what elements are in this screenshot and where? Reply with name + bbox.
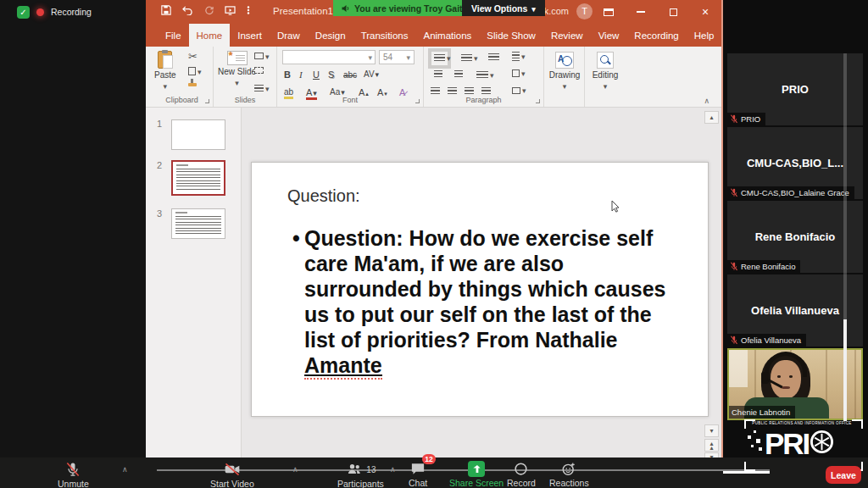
new-slide-label: New Slide [218, 67, 256, 76]
tab-home[interactable]: Home [189, 24, 231, 47]
editing-label: Editing [593, 70, 619, 80]
font-name-input[interactable] [282, 50, 376, 64]
participant-tile[interactable]: PRIO PRIO [727, 53, 863, 125]
italic-button[interactable]: I [299, 69, 303, 80]
tab-design[interactable]: Design [308, 24, 353, 47]
section-icon[interactable] [254, 83, 270, 93]
leave-button[interactable]: Leave [826, 466, 861, 484]
font-size-input[interactable]: 54 [379, 50, 415, 64]
powerpoint-window: Presentation1 - PowerPoint troygaite@out… [146, 0, 723, 458]
view-options-button[interactable]: View Options [462, 0, 545, 16]
speaker-icon [342, 4, 350, 13]
new-slide-button[interactable]: New Slide [218, 51, 256, 87]
text-shadow-button[interactable]: S [328, 69, 334, 80]
ribbon-display-options-icon[interactable] [593, 0, 625, 24]
mic-options-chevron-icon[interactable] [122, 465, 128, 474]
close-icon[interactable]: × [689, 0, 721, 24]
slide-canvas[interactable]: Question: •Question: How do we exercise … [251, 162, 709, 417]
undo-icon[interactable] [182, 6, 193, 15]
participant-label: Ofelia Villanueva [727, 334, 806, 347]
paste-button[interactable]: Paste [154, 51, 176, 91]
share-screen-button[interactable]: Share Screen [449, 461, 504, 488]
chat-button[interactable]: Chat [409, 461, 427, 488]
collapse-ribbon-icon[interactable] [704, 96, 709, 105]
tab-review[interactable]: Review [543, 24, 591, 47]
numbering-button[interactable] [461, 53, 478, 63]
align-right-button[interactable] [465, 87, 474, 96]
decrease-indent-button[interactable] [434, 70, 442, 79]
chevron-down-icon [376, 69, 380, 79]
record-button[interactable]: Record [507, 461, 536, 488]
cut-icon[interactable]: ✂ [188, 50, 198, 63]
slide-thumbnail-2[interactable] [171, 160, 225, 196]
tab-draw[interactable]: Draw [270, 24, 308, 47]
account-avatar[interactable]: T [576, 3, 593, 19]
paragraph-dialog-launcher-icon[interactable] [536, 99, 540, 103]
participants-icon [345, 461, 364, 478]
participant-tile[interactable]: Ofelia Villanueva Ofelia Villanueva [727, 274, 863, 347]
save-icon[interactable] [161, 5, 171, 15]
font-dialog-launcher-icon[interactable] [415, 99, 420, 103]
recording-indicator: ✓ Recording [0, 0, 146, 24]
copy-icon[interactable] [188, 66, 202, 76]
tab-view[interactable]: View [591, 24, 627, 47]
drawing-button[interactable]: Drawing [548, 52, 581, 91]
scroll-up-icon[interactable]: ▴ [704, 111, 719, 124]
text-direction-button[interactable] [512, 52, 526, 61]
slide-body-text[interactable]: •Question: How do we exercise self care … [304, 225, 665, 378]
unmute-button[interactable]: Unmute [58, 461, 89, 488]
tab-help[interactable]: Help [687, 24, 722, 47]
panel-scrollbar[interactable] [843, 53, 847, 421]
bold-button[interactable]: B [284, 69, 291, 80]
security-shield-icon[interactable]: ✓ [17, 6, 30, 19]
record-icon [513, 461, 529, 477]
window-controls: × [593, 0, 721, 24]
strikethrough-button[interactable]: abc [343, 70, 357, 80]
underline-button[interactable]: U [313, 69, 320, 80]
previous-slide-icon[interactable]: ▴▴ [704, 439, 719, 452]
character-spacing-button[interactable]: AV [364, 69, 379, 79]
tab-transitions[interactable]: Transitions [353, 24, 416, 47]
paste-clipboard-icon [158, 51, 172, 69]
magnifier-icon [597, 52, 614, 69]
align-left-button[interactable] [431, 87, 440, 96]
reactions-button[interactable]: Reactions [549, 461, 589, 488]
video-options-chevron-icon[interactable] [292, 465, 298, 474]
slide-layout-icon[interactable] [254, 51, 270, 61]
columns-button[interactable] [476, 70, 494, 80]
scroll-down-icon[interactable]: ▾ [704, 424, 719, 437]
format-painter-icon[interactable] [188, 83, 197, 86]
thumbnail-panel: 1 2 3 [146, 108, 242, 458]
convert-smartart-button[interactable] [512, 86, 526, 95]
line-spacing-button[interactable] [488, 53, 499, 62]
increase-indent-button[interactable] [454, 70, 463, 79]
justify-button[interactable] [481, 87, 491, 96]
minimize-icon[interactable] [625, 0, 657, 24]
participant-tile[interactable]: CMU-CAS,BIO_L... CMU-CAS,BIO_Lalaine Gra… [727, 127, 863, 199]
align-text-button[interactable] [512, 69, 526, 78]
tab-recording[interactable]: Recording [626, 24, 686, 47]
start-slideshow-icon[interactable] [225, 6, 236, 15]
ribbon: Paste ✂ Clipboard New Slide Sli [146, 47, 721, 108]
maximize-icon[interactable] [657, 0, 689, 24]
participants-button[interactable]: 13 Participants [337, 461, 384, 488]
slide-thumbnail-3[interactable] [171, 208, 225, 239]
align-center-button[interactable] [448, 87, 457, 96]
bullets-button[interactable] [434, 53, 451, 63]
tab-slide-show[interactable]: Slide Show [479, 24, 543, 47]
participant-label: CMU-CAS,BIO_Lalaine Grace [727, 186, 854, 199]
tab-animations[interactable]: Animations [415, 24, 479, 47]
slide-thumbnail-1[interactable] [171, 119, 225, 150]
clipboard-dialog-launcher-icon[interactable] [205, 99, 209, 103]
editing-button[interactable]: Editing [589, 52, 621, 91]
participant-tile[interactable]: Rene Bonifacio Rene Bonifacio [727, 201, 863, 273]
participants-chevron-icon[interactable] [390, 465, 396, 474]
recording-label: Recording [51, 7, 92, 17]
redo-icon[interactable] [204, 6, 214, 15]
participant-video-tile[interactable]: Chenie Labnotin [727, 348, 863, 420]
start-video-button[interactable]: Start Video [210, 461, 254, 488]
tab-insert[interactable]: Insert [230, 24, 270, 47]
slide-title[interactable]: Question: [287, 186, 360, 206]
tab-file[interactable]: File [158, 24, 189, 47]
reset-slide-icon[interactable] [254, 67, 264, 74]
